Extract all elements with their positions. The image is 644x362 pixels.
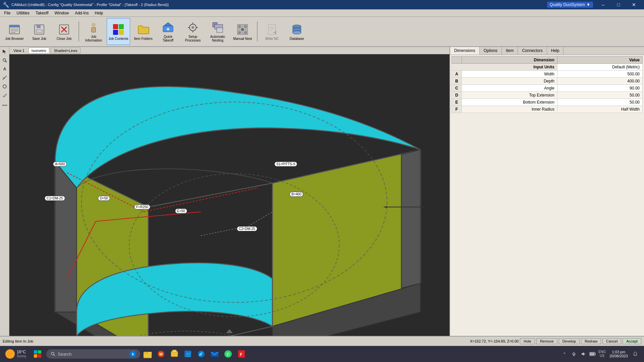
dim-row-value[interactable]: 500.00	[557, 71, 642, 78]
tool-circle[interactable]	[1, 82, 9, 90]
weather-info: 16°C Sunny	[17, 350, 26, 358]
svg-rect-15	[119, 24, 124, 29]
write-nc-label: Write NC	[265, 37, 279, 41]
redraw-button[interactable]: Redraw	[581, 338, 601, 344]
toolbar-quick-takeoff[interactable]: Quick Takeoff	[156, 18, 180, 45]
toolbar-setup-processes[interactable]: Setup Processes	[181, 18, 205, 45]
tray-notifications[interactable]	[632, 351, 639, 357]
svg-rect-37	[244, 28, 247, 31]
dimension-row-a: A Width 500.00	[452, 71, 643, 78]
system-tray: ^ ENG US 1:03 pm 20/08/2023	[558, 349, 641, 359]
menu-item-file[interactable]: File	[1, 10, 13, 16]
bing-icon: b	[129, 351, 136, 357]
toolbar-automatic-nesting[interactable]: Automatic Nesting	[206, 18, 229, 45]
taskbar-foxit[interactable]: F	[235, 348, 248, 360]
dimension-row-f: F Inner Radius Half Width	[452, 106, 643, 113]
toolbar-job-browser[interactable]: Job Browser	[3, 18, 26, 45]
dim-row-id: C	[452, 85, 462, 92]
toolbar-job-information[interactable]: Job Information	[82, 18, 105, 45]
job-browser-label: Job Browser	[5, 37, 24, 41]
minimize-button[interactable]: –	[596, 0, 610, 9]
tray-volume-icon[interactable]	[580, 351, 587, 357]
profile-selector[interactable]: Quality DuctSystem ▼	[547, 2, 593, 8]
search-bar[interactable]: Search b	[46, 349, 140, 359]
taskbar-files[interactable]	[168, 348, 180, 360]
svg-line-87	[54, 355, 55, 356]
dim-row-value[interactable]: 50.00	[557, 92, 642, 99]
toolbar-write-nc[interactable]: Write NC	[260, 18, 284, 45]
cancel-button[interactable]: Cancel	[602, 338, 621, 344]
tab-help[interactable]: Help	[547, 47, 564, 55]
3d-viewport-svg	[9, 54, 449, 336]
weather-temp: 16°C	[17, 350, 26, 354]
tool-text[interactable]: A	[1, 65, 9, 73]
tool-pen[interactable]	[1, 91, 9, 99]
status-text: Editing Item In Job	[3, 339, 33, 343]
menu-item-add-ins[interactable]: Add-Ins	[72, 10, 91, 16]
develop-button[interactable]: Develop	[559, 338, 580, 344]
maximize-button[interactable]: □	[611, 0, 626, 9]
automatic-nesting-label: Automatic Nesting	[208, 35, 228, 42]
tool-select[interactable]	[1, 48, 9, 56]
dim-row-value[interactable]: 400.00	[557, 78, 642, 85]
hole-button[interactable]: Hole	[520, 338, 535, 344]
taskbar-store[interactable]: 🛒	[182, 348, 194, 360]
remove-button[interactable]: Remove	[536, 338, 557, 344]
dim-row-value[interactable]: Half Width	[557, 106, 642, 113]
profile-label: Quality DuctSystem	[550, 2, 585, 7]
toolbar-save-job[interactable]: Save Job	[28, 18, 51, 45]
tab-shaded-lines[interactable]: Shaded+Lines	[51, 48, 80, 54]
dimensions-table: Dimension Value Input Units Default (Met…	[451, 56, 643, 113]
item-folders-label: Item Folders	[134, 37, 153, 41]
right-panel: Dimensions Options Item Connectors Help …	[449, 47, 644, 336]
svg-text:M: M	[159, 352, 163, 357]
tab-dimensions[interactable]: Dimensions	[450, 47, 480, 55]
item-folders-icon	[137, 23, 150, 36]
menu-item-help[interactable]: Help	[92, 10, 106, 16]
close-job-label: Close Job	[57, 37, 71, 41]
title-bar: 🔧 CAMduct (Untitled8) - Config "Quality …	[0, 0, 644, 9]
taskbar-office[interactable]: M	[155, 348, 167, 360]
toolbar-database[interactable]: Database	[285, 18, 309, 45]
menu-item-window[interactable]: Window	[52, 10, 72, 16]
language-label: ENG	[598, 350, 606, 354]
tool-measure[interactable]	[1, 74, 9, 82]
taskbar-explorer[interactable]	[142, 348, 154, 360]
start-button[interactable]	[30, 347, 45, 361]
taskbar-mail[interactable]	[209, 348, 221, 360]
dim-row-value[interactable]: 90.00	[557, 85, 642, 92]
toolbar-job-contents[interactable]: Job Contents	[107, 18, 130, 45]
tab-isometric[interactable]: Isometric	[29, 48, 50, 54]
chevron-down-icon: ▼	[586, 2, 590, 7]
tray-language[interactable]: ENG US	[599, 351, 605, 357]
title-bar-controls: – □ ✕	[596, 0, 641, 9]
dim-row-value[interactable]: 50.00	[557, 99, 642, 106]
svg-rect-30	[217, 28, 223, 33]
clock[interactable]: 1:03 pm 20/08/2023	[608, 350, 629, 358]
tab-connectors[interactable]: Connectors	[518, 47, 547, 55]
toolbar-close-job[interactable]: Close Job	[52, 18, 76, 45]
dim-label-c2: C2=DM-25	[237, 226, 257, 231]
col-header-dimension: Dimension	[462, 57, 557, 64]
tray-hidden-icons[interactable]: ^	[561, 351, 568, 357]
toolbar-manual-nest[interactable]: Manual Nest	[231, 18, 254, 45]
tab-item[interactable]: Item	[502, 47, 518, 55]
taskbar-whatsapp[interactable]: ✆	[222, 348, 234, 360]
resize-handle[interactable]	[226, 329, 233, 333]
dim-row-id: D	[452, 92, 462, 99]
menu-item-takeoff[interactable]: Takeoff	[33, 10, 51, 16]
dim-row-label: Angle	[462, 85, 557, 92]
menu-item-utilities[interactable]: Utilities	[14, 10, 32, 16]
taskbar-edge[interactable]	[195, 348, 207, 360]
tray-battery-icon[interactable]	[589, 351, 596, 357]
tab-options[interactable]: Options	[480, 47, 502, 55]
tray-network-icon[interactable]	[571, 351, 577, 357]
tool-dimension[interactable]	[1, 100, 9, 108]
close-button[interactable]: ✕	[627, 0, 641, 9]
setup-processes-label: Setup Processes	[183, 35, 203, 42]
svg-point-48	[292, 31, 301, 34]
tool-zoom[interactable]	[1, 56, 9, 64]
toolbar-item-folders[interactable]: Item Folders	[131, 18, 155, 45]
accept-button[interactable]: Accept	[623, 338, 641, 344]
input-units-value[interactable]: Default (Metric)	[557, 64, 642, 71]
